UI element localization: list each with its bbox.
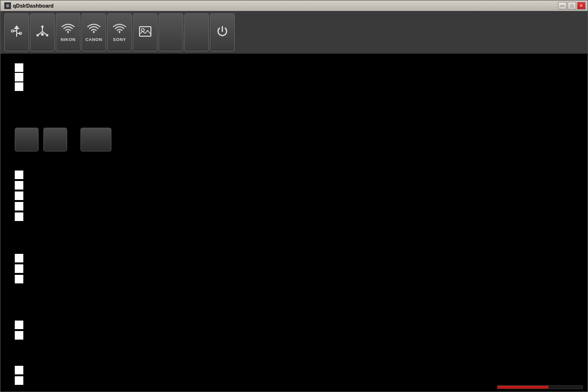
nikon-wifi-button[interactable]: NIKON	[56, 13, 80, 51]
maximize-button[interactable]: □	[568, 2, 576, 10]
usb-icon	[10, 24, 23, 40]
square-group-2	[15, 171, 23, 222]
sony-label: SONY	[113, 37, 126, 42]
image-icon	[139, 26, 152, 39]
close-button[interactable]: ✕	[577, 2, 586, 10]
sidebar-square-6	[15, 191, 23, 200]
sidebar-square-10	[15, 264, 23, 273]
nikon-label: NIKON	[60, 37, 76, 42]
sidebar-square-14	[15, 366, 23, 374]
network-icon	[36, 25, 49, 40]
image-button[interactable]	[133, 13, 158, 51]
scrollbar-track	[497, 385, 583, 389]
svg-point-8	[41, 33, 44, 36]
sidebar-square-5	[15, 181, 23, 190]
sidebar-square-8	[15, 212, 23, 221]
svg-point-1	[6, 4, 10, 8]
square-group-1	[15, 63, 23, 92]
sidebar-square-4	[15, 171, 23, 179]
sidebar-square-7	[15, 202, 23, 211]
square-group-5	[15, 366, 23, 386]
scrollbar-thumb	[498, 386, 548, 389]
square-group-4	[15, 321, 23, 341]
usb-button[interactable]	[4, 13, 29, 51]
canon-wifi-icon	[87, 23, 101, 36]
sidebar-square-3	[15, 82, 23, 91]
svg-point-12	[37, 34, 39, 36]
minimize-button[interactable]: —	[558, 2, 567, 10]
title-bar: qDslrDashboard — □ ✕	[0, 0, 588, 11]
sony-wifi-button[interactable]: SONY	[107, 13, 132, 51]
sony-wifi-icon	[112, 23, 127, 36]
nikon-wifi-icon	[61, 23, 75, 36]
network-button[interactable]	[30, 13, 55, 51]
blank-button-2[interactable]	[184, 13, 209, 51]
svg-point-13	[46, 34, 49, 36]
title-bar-controls: — □ ✕	[558, 2, 586, 10]
scrollbar-container[interactable]	[497, 385, 583, 389]
action-button-1[interactable]	[15, 128, 39, 151]
middle-buttons	[15, 128, 111, 151]
window-title: qDslrDashboard	[13, 3, 54, 9]
svg-rect-5	[11, 30, 13, 32]
sidebar-square-9	[15, 254, 23, 262]
power-button[interactable]	[210, 13, 235, 51]
square-group-3	[15, 254, 23, 284]
power-icon	[216, 25, 229, 40]
svg-marker-3	[14, 25, 20, 29]
sidebar-square-15	[15, 376, 23, 385]
sidebar-square-13	[15, 331, 23, 340]
svg-point-16	[141, 29, 144, 31]
canon-wifi-button[interactable]: CANON	[81, 13, 106, 51]
sidebar-square-1	[15, 63, 23, 72]
toolbar: NIKON CANON	[0, 11, 588, 54]
canon-label: CANON	[85, 37, 102, 42]
action-button-3[interactable]	[80, 128, 111, 151]
svg-rect-15	[140, 27, 151, 36]
blank-button-1[interactable]	[159, 13, 183, 51]
sidebar-square-11	[15, 275, 23, 283]
app-icon	[4, 2, 11, 9]
app-window: qDslrDashboard — □ ✕	[0, 0, 588, 392]
main-content	[0, 54, 588, 392]
title-bar-text: qDslrDashboard	[2, 2, 54, 9]
sidebar-square-12	[15, 321, 23, 329]
sidebar-square-2	[15, 73, 23, 81]
svg-point-14	[41, 25, 44, 28]
action-button-2[interactable]	[43, 128, 67, 151]
